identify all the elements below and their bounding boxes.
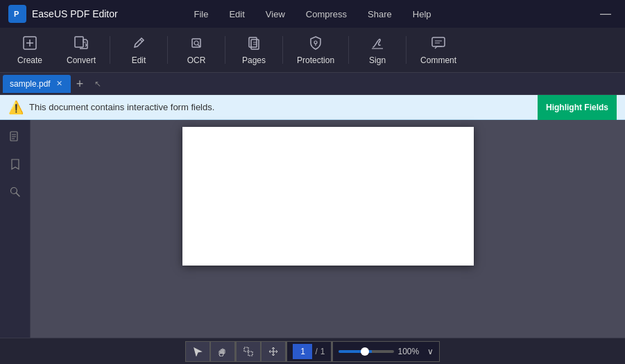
document-page xyxy=(182,127,474,266)
svg-point-14 xyxy=(314,41,317,44)
sign-icon xyxy=(370,35,385,53)
pages-icon xyxy=(246,35,262,53)
protection-label: Protection xyxy=(297,55,334,65)
sign-label: Sign xyxy=(369,55,386,65)
convert-button[interactable]: Convert xyxy=(57,31,105,69)
page-input-group: / 1 xyxy=(286,341,331,362)
cursor-tool-button[interactable] xyxy=(185,341,210,362)
edit-icon xyxy=(131,35,146,53)
protection-button[interactable]: Protection xyxy=(287,31,344,69)
zoom-slider[interactable] xyxy=(339,350,394,353)
info-bar-left: ⚠️ This document contains interactive fo… xyxy=(8,100,214,115)
app-logo: P xyxy=(8,5,26,23)
info-message: This document contains interactive form … xyxy=(29,102,214,112)
highlight-fields-button[interactable]: Highlight Fields xyxy=(538,95,617,120)
svg-rect-31 xyxy=(248,352,252,356)
info-warning-icon: ⚠️ xyxy=(8,100,24,115)
ocr-icon xyxy=(189,35,204,53)
add-tab-button[interactable]: + xyxy=(71,78,89,90)
select-tool-button[interactable] xyxy=(236,341,261,362)
app-name: EaseUS PDF Editor xyxy=(32,8,118,19)
edit-button[interactable]: Edit xyxy=(114,31,163,69)
edit-label: Edit xyxy=(132,55,146,65)
hand-tool-button[interactable] xyxy=(210,341,235,362)
cursor-indicator: ↖ xyxy=(92,78,104,90)
title-bar-nav: File Edit View Compress Share Help xyxy=(194,9,431,19)
active-tab[interactable]: sample.pdf ✕ xyxy=(3,75,71,93)
title-bar-left: P EaseUS PDF Editor xyxy=(8,5,118,23)
pages-button[interactable]: Pages xyxy=(230,31,278,69)
create-button[interactable]: Create xyxy=(6,31,54,69)
sign-button[interactable]: Sign xyxy=(353,31,402,69)
svg-rect-5 xyxy=(75,37,83,47)
toolbar-divider-2 xyxy=(167,36,168,64)
status-bar: / 1 100% ∨ xyxy=(0,338,625,364)
svg-line-6 xyxy=(140,40,142,42)
toolbar-divider-4 xyxy=(282,36,283,64)
info-bar: ⚠️ This document contains interactive fo… xyxy=(0,95,625,120)
move-tool-button[interactable] xyxy=(261,341,286,362)
zoom-group: 100% ∨ xyxy=(332,341,440,362)
comment-label: Comment xyxy=(420,55,456,65)
convert-icon xyxy=(74,35,89,53)
status-tools: / 1 100% ∨ xyxy=(185,341,439,362)
ocr-button[interactable]: OCR xyxy=(172,31,221,69)
toolbar-divider-1 xyxy=(110,36,110,64)
tabs-bar: sample.pdf ✕ + ↖ xyxy=(0,73,625,95)
svg-rect-29 xyxy=(219,351,221,354)
minimize-button[interactable]: — xyxy=(594,5,617,23)
sidebar-pages-icon[interactable] xyxy=(4,125,26,148)
toolbar-divider-3 xyxy=(225,36,225,64)
svg-rect-17 xyxy=(432,37,445,46)
toolbar-divider-5 xyxy=(348,36,349,64)
pages-label: Pages xyxy=(242,55,266,65)
sidebar-bookmark-icon[interactable] xyxy=(4,153,26,175)
ocr-label: OCR xyxy=(187,55,206,65)
nav-help[interactable]: Help xyxy=(413,9,431,19)
document-canvas xyxy=(31,120,625,338)
nav-compress[interactable]: Compress xyxy=(306,9,347,19)
main-area xyxy=(0,120,625,338)
comment-button[interactable]: Comment xyxy=(411,31,466,69)
title-bar: P EaseUS PDF Editor File Edit View Compr… xyxy=(0,0,625,28)
svg-line-25 xyxy=(16,193,19,197)
svg-text:P: P xyxy=(14,10,19,18)
svg-rect-30 xyxy=(244,347,248,352)
nav-view[interactable]: View xyxy=(266,9,285,19)
protection-icon xyxy=(308,35,323,53)
page-number-input[interactable] xyxy=(293,344,312,359)
zoom-dropdown-button[interactable]: ∨ xyxy=(427,347,434,356)
left-sidebar xyxy=(0,120,31,338)
toolbar: Create Convert Edit xyxy=(0,28,625,73)
create-icon xyxy=(22,35,37,53)
nav-edit[interactable]: Edit xyxy=(229,9,244,19)
page-total: 1 xyxy=(320,347,325,356)
nav-share[interactable]: Share xyxy=(368,9,392,19)
convert-label: Convert xyxy=(67,55,96,65)
create-label: Create xyxy=(17,55,42,65)
nav-file[interactable]: File xyxy=(194,9,208,19)
tab-close-button[interactable]: ✕ xyxy=(55,79,64,88)
sidebar-search-icon[interactable] xyxy=(4,181,26,203)
comment-icon xyxy=(431,35,446,53)
page-separator: / xyxy=(315,347,317,356)
svg-point-8 xyxy=(194,41,198,45)
title-bar-right: — xyxy=(594,5,617,23)
toolbar-divider-6 xyxy=(406,36,406,64)
zoom-level: 100% xyxy=(398,347,423,356)
tab-label: sample.pdf xyxy=(10,79,51,89)
